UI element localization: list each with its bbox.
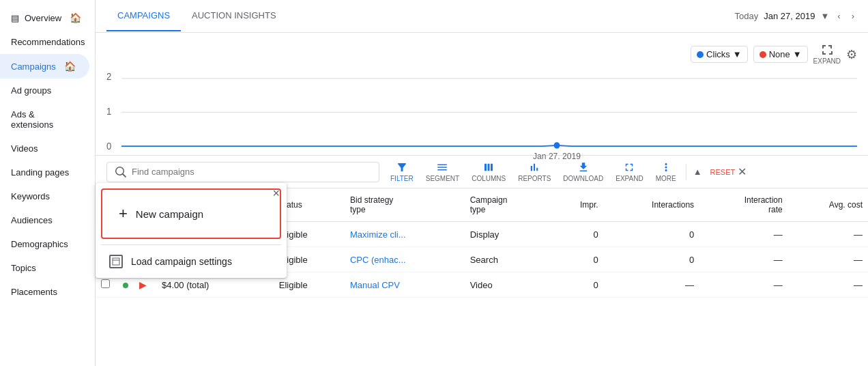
col-avg-cost[interactable]: Avg. cost (788, 188, 868, 222)
expand-icon (821, 44, 833, 56)
date-controls: Today Jan 27, 2019 ▼ ‹ › (735, 8, 857, 24)
col-campaign-type[interactable]: Campaign type (465, 188, 551, 222)
sidebar-item-overview[interactable]: ▤ Overview 🏠 (0, 5, 89, 30)
download-label: DOWNLOAD (563, 175, 603, 182)
metric-primary-chevron: ▼ (733, 49, 742, 59)
col-interactions[interactable]: Interactions (604, 188, 699, 222)
expand-table-button[interactable]: EXPAND (610, 158, 648, 185)
cell-bid-strategy[interactable]: CPC (enhac... (345, 247, 465, 272)
metric-secondary-chevron: ▼ (793, 49, 802, 59)
search-icon (115, 167, 126, 178)
sidebar-item-label: Placements (11, 287, 57, 297)
sidebar-item-label: Demographics (11, 239, 68, 249)
cell-impr: 0 (551, 247, 604, 272)
date-value[interactable]: Jan 27, 2019 (764, 11, 815, 21)
filter-button[interactable]: FILTER (385, 158, 419, 185)
overview-icon: ▤ (11, 13, 19, 23)
cell-bid-strategy[interactable]: Manual CPV (345, 272, 465, 298)
home-icon: 🏠 (70, 12, 81, 23)
sidebar-item-recommendations[interactable]: Recommendations (0, 30, 89, 54)
sidebar-item-audiences[interactable]: Audiences (0, 208, 89, 232)
reports-button[interactable]: REPORTS (512, 158, 556, 185)
chart-expand-button[interactable]: EXPAND (813, 44, 841, 65)
load-campaign-settings-button[interactable]: Load campaign settings (96, 245, 287, 278)
reports-icon (528, 161, 540, 173)
sidebar-item-label: Recommendations (11, 37, 85, 47)
dropdown-close-button[interactable]: × (272, 187, 280, 199)
search-input[interactable] (132, 167, 371, 177)
svg-rect-3 (113, 258, 119, 265)
cell-interactions: 0 (604, 222, 699, 247)
cell-avg-cost: — (788, 247, 868, 272)
home-icon-campaigns: 🏠 (64, 61, 76, 72)
col-interaction-rate[interactable]: Interaction rate (699, 188, 788, 222)
cell-avg-cost: — (788, 272, 868, 298)
new-campaign-button[interactable]: + New campaign (108, 195, 274, 232)
sidebar-item-videos[interactable]: Videos (0, 137, 89, 160)
search-box[interactable] (106, 162, 379, 182)
date-prev-button[interactable]: ‹ (835, 8, 843, 24)
chart-data-point (554, 142, 560, 148)
sidebar-item-label: Topics (11, 263, 36, 273)
chart-y-label-1: 1 (106, 107, 111, 117)
date-label: Today (735, 11, 759, 21)
cell-interaction-rate: — (699, 222, 788, 247)
download-button[interactable]: DOWNLOAD (558, 158, 609, 185)
new-campaign-container: + New campaign (101, 188, 281, 239)
columns-button[interactable]: COLUMNS (466, 158, 511, 185)
sidebar-item-label: Videos (11, 143, 38, 154)
metric-primary-dot (697, 51, 704, 58)
sidebar: ▤ Overview 🏠 Recommendations Campaigns 🏠… (0, 0, 96, 366)
sidebar-item-label: Overview (25, 13, 61, 23)
metric-secondary-badge[interactable]: None ▼ (753, 46, 808, 63)
col-bid-strategy[interactable]: Bid strategy type (345, 188, 465, 222)
chart-y-label-0: 0 (106, 141, 112, 152)
download-icon (577, 161, 590, 173)
segment-button[interactable]: SEGMENT (420, 158, 465, 185)
col-impr[interactable]: Impr. (551, 188, 604, 222)
reset-area: RESET ✕ (710, 165, 747, 178)
sidebar-item-label: Landing pages (11, 167, 69, 178)
cell-campaign-type: Video (465, 272, 551, 298)
bid-strategy-link[interactable]: Manual CPV (350, 280, 400, 290)
reset-close-icon[interactable]: ✕ (738, 165, 747, 178)
load-icon (109, 255, 123, 268)
chart-layout-button[interactable]: ⚙ (846, 47, 857, 62)
bid-strategy-link[interactable]: Maximize cli... (350, 229, 406, 240)
sidebar-item-adgroups[interactable]: Ad groups (0, 79, 89, 102)
row-checkbox[interactable] (101, 279, 110, 288)
columns-label: COLUMNS (472, 175, 506, 182)
sidebar-item-label: Keywords (11, 191, 50, 201)
tab-campaigns[interactable]: CAMPAIGNS (106, 1, 181, 31)
sidebar-item-placements[interactable]: Placements (0, 280, 89, 304)
more-button[interactable]: MORE (650, 158, 682, 185)
cell-interactions: 0 (604, 247, 699, 272)
date-dropdown-icon[interactable]: ▼ (820, 11, 829, 21)
sidebar-item-demographics[interactable]: Demographics (0, 232, 89, 256)
bid-strategy-link[interactable]: CPC (enhac... (350, 255, 406, 265)
chart-area: Clicks ▼ None ▼ EXPAND ⚙ (96, 33, 868, 156)
load-settings-icon (112, 257, 120, 266)
dropdown-overlay: × + New campaign Load campaign settings (96, 183, 287, 278)
sidebar-item-ads-extensions[interactable]: Ads & extensions (0, 102, 89, 137)
collapse-button[interactable]: ▲ (691, 164, 705, 180)
sidebar-item-keywords[interactable]: Keywords (0, 184, 89, 208)
reset-button[interactable]: RESET (710, 168, 736, 176)
cell-bid-strategy[interactable]: Maximize cli... (345, 222, 465, 247)
status-dot (123, 283, 128, 288)
campaign-type-icon-video: ▶ (139, 279, 147, 290)
sidebar-item-label: Ad groups (11, 85, 51, 96)
sidebar-item-campaigns[interactable]: Campaigns 🏠 (0, 54, 89, 79)
sidebar-item-landing-pages[interactable]: Landing pages (0, 160, 89, 184)
tabs-bar: CAMPAIGNS AUCTION INSIGHTS Today Jan 27,… (96, 0, 868, 33)
sidebar-item-topics[interactable]: Topics (0, 256, 89, 280)
tab-auction-insights[interactable]: AUCTION INSIGHTS (181, 1, 287, 31)
expand-table-label: EXPAND (616, 175, 643, 182)
cell-interaction-rate: — (699, 272, 788, 298)
metric-primary-badge[interactable]: Clicks ▼ (691, 46, 748, 63)
more-label: MORE (656, 175, 676, 182)
filter-icon (396, 161, 408, 173)
date-next-button[interactable]: › (849, 8, 857, 24)
cell-interactions: — (604, 272, 699, 298)
reports-label: REPORTS (518, 175, 551, 182)
